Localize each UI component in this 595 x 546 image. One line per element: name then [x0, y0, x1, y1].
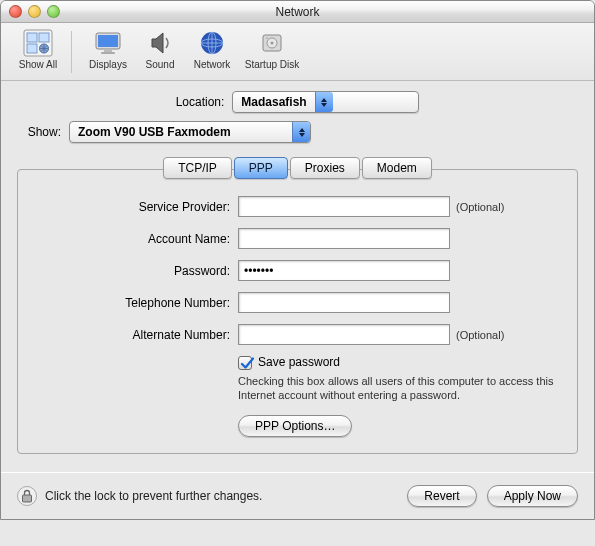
- footer: Click the lock to prevent further change…: [1, 483, 594, 519]
- ppp-options-button[interactable]: PPP Options…: [238, 415, 352, 437]
- body: Location: Madasafish Show: Zoom V90 USB …: [1, 81, 594, 460]
- show-label: Show:: [17, 125, 61, 139]
- service-provider-input[interactable]: [238, 196, 450, 217]
- save-password-desc: Checking this box allows all users of th…: [238, 374, 558, 403]
- telephone-label: Telephone Number:: [40, 296, 230, 310]
- svg-rect-7: [104, 50, 112, 52]
- toolbar-network-label: Network: [194, 59, 231, 70]
- window: Network Show All: [0, 0, 595, 520]
- service-provider-label: Service Provider:: [40, 200, 230, 214]
- svg-rect-3: [27, 44, 37, 53]
- location-value: Madasafish: [233, 95, 314, 109]
- show-value: Zoom V90 USB Faxmodem: [70, 125, 292, 139]
- row-account-name: Account Name:: [40, 228, 555, 249]
- tab-tcpip[interactable]: TCP/IP: [163, 157, 232, 179]
- location-label: Location:: [176, 95, 225, 109]
- row-password: Password:: [40, 260, 555, 281]
- show-row: Show: Zoom V90 USB Faxmodem: [17, 121, 578, 143]
- row-ppp-options: PPP Options…: [238, 415, 555, 437]
- select-arrows-icon: [315, 92, 333, 112]
- svg-point-15: [266, 37, 268, 39]
- svg-rect-2: [39, 33, 49, 42]
- tab-modem[interactable]: Modem: [362, 157, 432, 179]
- toolbar-startup-disk-label: Startup Disk: [245, 59, 299, 70]
- toolbar-startup-disk[interactable]: Startup Disk: [238, 27, 306, 70]
- password-input[interactable]: [238, 260, 450, 281]
- toolbar-show-all-label: Show All: [19, 59, 57, 70]
- toolbar: Show All Displays Sound: [1, 23, 594, 81]
- divider: [0, 472, 595, 473]
- zoom-button[interactable]: [47, 5, 60, 18]
- lock-text: Click the lock to prevent further change…: [45, 489, 407, 503]
- tabs: TCP/IP PPP Proxies Modem: [17, 157, 578, 179]
- row-telephone: Telephone Number:: [40, 292, 555, 313]
- toolbar-displays[interactable]: Displays: [82, 27, 134, 70]
- display-icon: [92, 27, 124, 59]
- row-service-provider: Service Provider: (Optional): [40, 196, 555, 217]
- toolbar-sound-label: Sound: [146, 59, 175, 70]
- traffic-lights: [9, 5, 60, 18]
- row-save-password: Save password: [238, 356, 555, 370]
- row-alternate: Alternate Number: (Optional): [40, 324, 555, 345]
- window-title: Network: [275, 5, 319, 19]
- select-arrows-icon: [292, 122, 310, 142]
- toolbar-sound[interactable]: Sound: [134, 27, 186, 70]
- alternate-optional: (Optional): [456, 329, 504, 341]
- disk-icon: [256, 27, 288, 59]
- toolbar-network[interactable]: Network: [186, 27, 238, 70]
- password-label: Password:: [40, 264, 230, 278]
- svg-rect-6: [98, 35, 118, 47]
- tab-ppp[interactable]: PPP: [234, 157, 288, 179]
- account-name-label: Account Name:: [40, 232, 230, 246]
- toolbar-displays-label: Displays: [89, 59, 127, 70]
- service-provider-optional: (Optional): [456, 201, 504, 213]
- svg-rect-1: [27, 33, 37, 42]
- footer-buttons: Revert Apply Now: [407, 485, 578, 507]
- revert-button[interactable]: Revert: [407, 485, 476, 507]
- svg-rect-8: [101, 52, 115, 54]
- globe-icon: [196, 27, 228, 59]
- alternate-label: Alternate Number:: [40, 328, 230, 342]
- toolbar-show-all[interactable]: Show All: [9, 27, 67, 70]
- show-select[interactable]: Zoom V90 USB Faxmodem: [69, 121, 311, 143]
- telephone-input[interactable]: [238, 292, 450, 313]
- location-select[interactable]: Madasafish: [232, 91, 419, 113]
- save-password-checkbox[interactable]: [238, 356, 252, 370]
- location-row: Location: Madasafish: [17, 91, 578, 113]
- lock-icon[interactable]: [17, 486, 37, 506]
- tabs-wrap: TCP/IP PPP Proxies Modem Service Provide…: [17, 157, 578, 454]
- svg-rect-16: [23, 495, 32, 502]
- tab-proxies[interactable]: Proxies: [290, 157, 360, 179]
- toolbar-separator: [71, 31, 72, 73]
- close-button[interactable]: [9, 5, 22, 18]
- grid-icon: [22, 27, 54, 59]
- account-name-input[interactable]: [238, 228, 450, 249]
- apply-now-button[interactable]: Apply Now: [487, 485, 578, 507]
- pane-ppp: Service Provider: (Optional) Account Nam…: [17, 169, 578, 454]
- alternate-input[interactable]: [238, 324, 450, 345]
- svg-point-14: [271, 42, 274, 45]
- speaker-icon: [144, 27, 176, 59]
- save-password-label: Save password: [258, 355, 340, 369]
- titlebar: Network: [1, 1, 594, 23]
- minimize-button[interactable]: [28, 5, 41, 18]
